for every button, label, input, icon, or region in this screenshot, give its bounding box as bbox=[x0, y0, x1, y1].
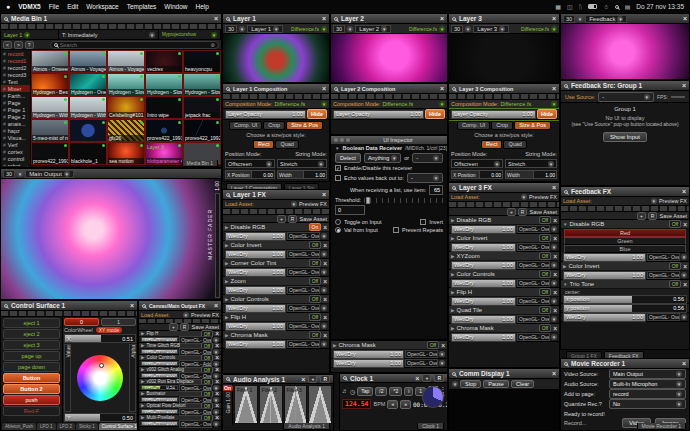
width-field[interactable]: Width1.00 bbox=[505, 170, 557, 179]
blend-options-icon[interactable]: ▾ bbox=[321, 287, 327, 293]
disclosure-icon[interactable]: ▶ bbox=[141, 415, 144, 420]
bin-page-page[interactable]: #Page bbox=[1, 99, 30, 106]
media-bin-titlebar[interactable]: Media Bin 1× bbox=[1, 14, 221, 24]
audio-on-toggle[interactable]: On bbox=[222, 385, 233, 391]
disclosure-icon[interactable]: ▼ bbox=[335, 146, 339, 151]
menu-file[interactable]: File bbox=[49, 3, 59, 10]
fx-remove-icon[interactable]: × bbox=[683, 221, 687, 228]
disclosure-icon[interactable]: ▶ bbox=[225, 243, 228, 248]
cs-button-eject-1[interactable]: eject 1 bbox=[3, 318, 60, 328]
fx-remove-icon[interactable]: × bbox=[215, 402, 219, 409]
menu-vdmx5[interactable]: VDMX5 bbox=[18, 3, 40, 10]
recorder-audio-source-dropdown[interactable]: Built-In Microphon▾ bbox=[609, 379, 686, 389]
bin-page-record1[interactable]: #record1 bbox=[1, 57, 30, 64]
bin-page-text[interactable]: #Text bbox=[1, 78, 30, 85]
layer2-composition-titlebar[interactable]: Layer 2 Composition× bbox=[331, 84, 447, 94]
bottom-tab-sticky-1[interactable]: Sticky 1 bbox=[76, 423, 98, 430]
bin-page-cortex[interactable]: #cortex bbox=[1, 148, 30, 155]
preview-fx-toggle[interactable]: Preview FX bbox=[659, 198, 687, 204]
disclosure-icon[interactable]: ▼ bbox=[563, 282, 567, 287]
fx-remove-icon[interactable]: × bbox=[553, 271, 557, 278]
wetdry-slider[interactable]: Wet/Dry1.00 bbox=[451, 243, 516, 252]
media-clip[interactable] bbox=[69, 119, 107, 142]
wetdry-slider[interactable]: Wet/Dry1.00 bbox=[225, 304, 286, 313]
close-icon[interactable]: × bbox=[322, 85, 326, 92]
movie-recorder-titlebar[interactable]: Movie Recorder 1× bbox=[561, 359, 689, 369]
audio-filter[interactable]: Filter 1 bbox=[234, 385, 258, 424]
fx-enable-toggle[interactable]: Off bbox=[309, 313, 322, 321]
disclosure-icon[interactable]: ▶ bbox=[141, 391, 144, 396]
position-mode-dropdown[interactable]: Offscreen▾ bbox=[451, 159, 503, 168]
layer-name-dropdown[interactable]: Layer 3▾ bbox=[473, 25, 509, 33]
media-clip[interactable]: vectrex bbox=[145, 50, 183, 73]
rect-button[interactable]: Rect bbox=[481, 140, 502, 149]
composition-mode-link[interactable]: Difference.fs bbox=[291, 26, 319, 32]
wetdry-slider[interactable]: Wet/Dry1.00 bbox=[141, 373, 178, 378]
blend-mode-dropdown[interactable]: OpenGL- Over bbox=[647, 253, 680, 261]
fx-enable-toggle[interactable]: Off bbox=[539, 216, 552, 224]
y-position-field[interactable]: Y Position0.00 bbox=[225, 181, 275, 182]
movie-recorder-bottom-tab[interactable]: Movie Recorder 1 bbox=[637, 423, 686, 430]
cs-button-red-f[interactable]: Red-F bbox=[3, 406, 60, 416]
fx-enable-toggle[interactable]: Off bbox=[309, 241, 322, 249]
receive-button[interactable]: R bbox=[320, 375, 330, 383]
sync-icon[interactable]: ▾ bbox=[577, 16, 583, 22]
fx-remove-icon[interactable]: × bbox=[553, 289, 557, 296]
disclosure-icon[interactable]: ▶ bbox=[225, 225, 228, 230]
blend-options-icon[interactable]: ▾ bbox=[681, 254, 687, 260]
blend-options-icon[interactable]: ▾ bbox=[551, 316, 557, 322]
blend-options-icon[interactable]: ▾ bbox=[321, 305, 327, 311]
media-clip[interactable]: Layer 3blobparameter # bbox=[145, 142, 183, 165]
threshold-field[interactable]: 0 bbox=[335, 205, 365, 215]
search-field[interactable]: ⊗ bbox=[50, 41, 219, 49]
receive-button[interactable]: R bbox=[648, 212, 658, 220]
fx-remove-icon[interactable]: × bbox=[215, 342, 219, 349]
bluetooth-icon[interactable]: ᚢ bbox=[579, 4, 583, 10]
recorder-video-source-dropdown[interactable]: Main Output▾ bbox=[609, 369, 686, 379]
cs-button-page-up[interactable]: page up bbox=[3, 351, 60, 361]
dropdown-icon[interactable]: ▾ bbox=[24, 32, 30, 38]
metronome-icon[interactable]: ◷ bbox=[350, 388, 355, 395]
position-mode-dropdown[interactable]: Offscreen▾ bbox=[225, 159, 275, 168]
disclosure-icon[interactable]: ▶ bbox=[141, 331, 144, 336]
output-name[interactable]: Main Output▾ bbox=[25, 170, 74, 178]
echo-dropdown[interactable]: -▾ bbox=[407, 173, 443, 183]
fx-remove-icon[interactable]: × bbox=[215, 414, 219, 421]
close-icon[interactable]: × bbox=[301, 376, 305, 383]
mission-control-icon[interactable]: ▦ bbox=[555, 3, 561, 10]
clear-search-icon[interactable]: ⊗ bbox=[210, 42, 215, 48]
disclosure-icon[interactable]: ▶ bbox=[225, 297, 228, 302]
media-clip[interactable]: Hydrogen - Slow bbox=[183, 73, 221, 96]
asset-dropdown-icon[interactable]: ▾ bbox=[291, 201, 297, 207]
layer1-fx-titlebar[interactable]: Layer 1 FX× bbox=[223, 190, 329, 200]
composition-mode-link[interactable]: Difference.fs bbox=[521, 26, 549, 32]
audio-filter[interactable]: Filter 2 bbox=[259, 385, 283, 424]
wetdry-slider[interactable]: Wet/Dry1.00 bbox=[225, 250, 286, 259]
media-clip[interactable]: blackhole_1 bbox=[69, 142, 107, 165]
wetdry-slider[interactable]: Wet/Dry1.00 bbox=[451, 297, 516, 306]
blend-options-icon[interactable]: ▾ bbox=[321, 269, 327, 275]
close-icon[interactable]: × bbox=[440, 85, 444, 92]
fx-remove-icon[interactable]: × bbox=[215, 354, 219, 361]
threshold-slider[interactable] bbox=[364, 198, 443, 203]
fx-remove-icon[interactable]: × bbox=[553, 307, 557, 314]
bin-page-page-1[interactable]: #Page 1 bbox=[1, 106, 30, 113]
display-icon[interactable]: ◫ bbox=[567, 3, 573, 10]
fx-remove-icon[interactable]: × bbox=[553, 253, 557, 260]
close-icon[interactable]: × bbox=[682, 188, 686, 195]
alpha-slider[interactable]: Alpha bbox=[129, 344, 136, 412]
composition-mode-value[interactable]: Difference.fs bbox=[382, 101, 413, 107]
tab-comp-ui[interactable]: Comp. UI bbox=[457, 121, 490, 130]
tab-crop[interactable]: Crop bbox=[263, 121, 285, 130]
cs-button-push[interactable]: push bbox=[3, 395, 60, 405]
channel-toggle-green[interactable]: Green bbox=[564, 237, 686, 245]
echo-checkbox[interactable] bbox=[335, 175, 341, 181]
prevent-repeats-checkbox[interactable] bbox=[393, 227, 399, 233]
close-icon[interactable]: × bbox=[415, 375, 419, 382]
save-asset-button[interactable]: Save Asset bbox=[529, 209, 557, 215]
sizing-mode-dropdown[interactable]: Stretch▾ bbox=[277, 159, 327, 168]
value-slider[interactable]: Value bbox=[64, 344, 71, 412]
wetdry-slider[interactable]: Wet/Dry1.00 bbox=[141, 337, 178, 342]
hide-button[interactable]: Hide bbox=[537, 109, 557, 119]
blend-options-icon[interactable]: ▾ bbox=[681, 314, 687, 320]
